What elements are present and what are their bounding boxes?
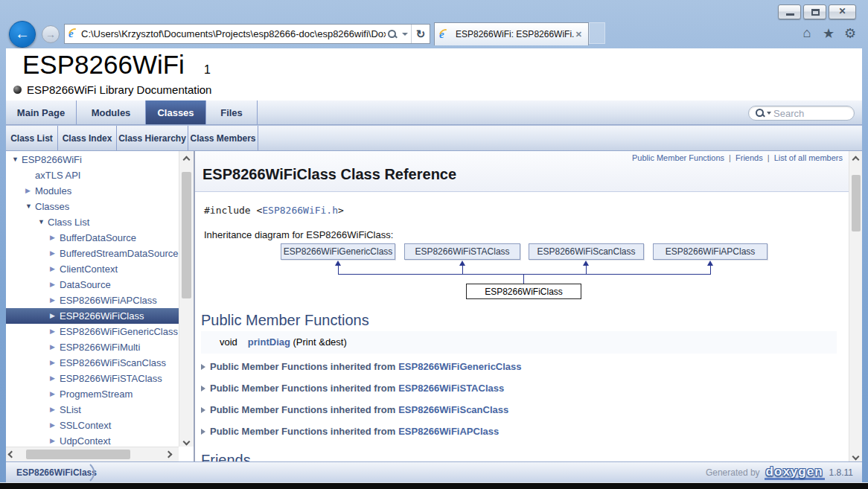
scroll-up-button[interactable] — [849, 151, 862, 164]
tree-item-sslcontext[interactable]: ▶SSLContext — [6, 418, 179, 433]
address-dropdown-icon[interactable] — [402, 33, 408, 36]
expand-arrow-icon[interactable]: ▶ — [50, 402, 60, 418]
search-input[interactable] — [773, 108, 840, 119]
expand-arrow-icon[interactable]: ▶ — [50, 293, 60, 308]
sidebar-scroll-thumb[interactable] — [182, 172, 191, 298]
expand-arrow-icon[interactable]: ▶ — [50, 308, 60, 324]
include-file-link[interactable]: ESP8266WiFi.h — [262, 205, 338, 216]
favorites-star-icon[interactable]: ★ — [821, 25, 836, 42]
content-scrollbar-vertical[interactable] — [849, 151, 862, 461]
diagram-node-apclass[interactable]: ESP8266WiFiAPClass — [653, 243, 768, 260]
address-bar[interactable]: e C:\Users\Krzysztof\Documents\Projects\… — [64, 24, 430, 44]
doxygen-logo[interactable]: doxygen — [765, 465, 825, 480]
inherited-section-scanclass[interactable]: Public Member Functions inherited fromES… — [201, 404, 508, 415]
tree-item-udpcontext[interactable]: ▶UdpContext — [6, 433, 179, 447]
scroll-down-button[interactable] — [849, 448, 862, 461]
address-text[interactable]: C:\Users\Krzysztof\Documents\Projects\es… — [81, 28, 386, 39]
doxygen-search-box[interactable] — [748, 106, 855, 121]
inherited-section-staclass[interactable]: Public Member Functions inherited fromES… — [201, 383, 504, 394]
diagram-node-esp8266wificlass[interactable]: ESP8266WiFiClass — [466, 284, 581, 299]
content-scroll-thumb[interactable] — [852, 175, 861, 231]
inherited-class-link[interactable]: ESP8266WiFiSTAClass — [398, 383, 504, 394]
window-bottom-edge — [0, 482, 868, 489]
scroll-right-button[interactable] — [165, 451, 173, 458]
breadcrumb[interactable]: ESP8266WiFiClass — [16, 462, 97, 482]
tab-class-members[interactable]: Class Members — [188, 126, 258, 150]
expand-arrow-icon[interactable]: ▶ — [50, 277, 60, 293]
tree-item-esp8266wifiscanclass[interactable]: ▶ESP8266WiFiScanClass — [6, 355, 179, 371]
expand-arrow-icon[interactable]: ▶ — [50, 246, 60, 261]
expand-arrow-icon[interactable]: ▶ — [50, 355, 60, 371]
tab-classes[interactable]: Classes — [146, 100, 206, 124]
inherited-section-genericclass[interactable]: Public Member Functions inherited fromES… — [201, 361, 522, 372]
member-name-link[interactable]: printDiag — [248, 336, 290, 348]
collapse-arrow-icon[interactable]: ▼ — [12, 152, 22, 167]
tab-modules[interactable]: Modules — [77, 100, 146, 124]
tree-item-clientcontext[interactable]: ▶ClientContext — [6, 261, 179, 277]
link-list-of-all-members[interactable]: List of all members — [774, 153, 843, 162]
scroll-up-button[interactable] — [179, 151, 194, 164]
expand-arrow-icon[interactable]: ▶ — [25, 183, 35, 199]
browser-tab[interactable]: e ESP8266WiFi: ESP8266WiFi... ✕ — [434, 22, 589, 45]
expand-arrow-icon[interactable]: ▶ — [50, 418, 60, 433]
link-public-member-functions[interactable]: Public Member Functions — [632, 153, 724, 162]
tree-item-axtls-api[interactable]: ▶axTLS API — [6, 167, 179, 183]
collapse-arrow-icon[interactable]: ▼ — [38, 214, 48, 230]
tree-item-esp8266wifiapclass[interactable]: ▶ESP8266WiFiAPClass — [6, 293, 179, 308]
link-friends[interactable]: Friends — [735, 153, 763, 162]
tree-item-esp8266wifigenericclass[interactable]: ▶ESP8266WiFiGenericClass — [6, 324, 179, 339]
expand-arrow-icon[interactable]: ▶ — [50, 324, 60, 339]
scroll-left-button[interactable] — [8, 451, 16, 458]
expand-arrow-icon[interactable]: ▶ — [50, 230, 60, 246]
home-icon[interactable]: ⌂ — [800, 25, 814, 42]
tree-item-bufferedstreamdatasource[interactable]: ▶BufferedStreamDataSource — [6, 246, 179, 261]
sidebar-scrollbar-horizontal[interactable] — [6, 447, 179, 461]
tree-item-modules[interactable]: ▶Modules — [6, 183, 179, 199]
minimize-button[interactable] — [778, 4, 801, 19]
tree-item-esp8266wifistaclass[interactable]: ▶ESP8266WiFiSTAClass — [6, 371, 179, 386]
tree-item-esp8266wifimulti[interactable]: ▶ESP8266WiFiMulti — [6, 339, 179, 355]
search-icon[interactable] — [387, 29, 398, 39]
tree-item-class-list[interactable]: ▼Class List — [6, 214, 179, 230]
tree-item-esp8266wifi[interactable]: ▼ESP8266WiFi — [6, 152, 179, 167]
diagram-node-genericclass[interactable]: ESP8266WiFiGenericClass — [281, 243, 395, 260]
tree-item-bufferdatasource[interactable]: ▶BufferDataSource — [6, 230, 179, 246]
expand-arrow-icon[interactable]: ▶ — [50, 386, 60, 402]
inherited-class-link[interactable]: ESP8266WiFiGenericClass — [398, 361, 521, 372]
back-button[interactable]: ← — [9, 21, 36, 48]
collapse-arrow-icon[interactable]: ▼ — [25, 199, 35, 214]
close-button[interactable]: ✕ — [829, 4, 856, 19]
sidebar-scrollbar-vertical[interactable] — [179, 151, 194, 447]
tree-item-datasource[interactable]: ▶DataSource — [6, 277, 179, 293]
maximize-icon — [811, 9, 820, 16]
tree-item-progmemstream[interactable]: ▶ProgmemStream — [6, 386, 179, 402]
new-tab-button[interactable] — [589, 22, 605, 44]
expand-arrow-icon[interactable]: ▶ — [50, 261, 60, 277]
expand-arrow-icon[interactable]: ▶ — [50, 339, 60, 355]
gear-icon[interactable]: ⚙ — [843, 25, 858, 42]
diagram-node-scanclass[interactable]: ESP8266WiFiScanClass — [529, 243, 644, 260]
tab-main-page[interactable]: Main Page — [6, 100, 77, 124]
scroll-down-button[interactable] — [179, 433, 194, 447]
tab-class-hierarchy[interactable]: Class Hierarchy — [117, 126, 188, 150]
sidebar-hscroll-thumb[interactable] — [26, 450, 130, 459]
maximize-button[interactable] — [803, 4, 826, 19]
tree-item-slist[interactable]: ▶SList — [6, 402, 179, 418]
tree-item-esp8266wificlass[interactable]: ▶ESP8266WiFiClass — [6, 308, 179, 324]
tab-class-index[interactable]: Class Index — [58, 126, 117, 150]
diagram-node-staclass[interactable]: ESP8266WiFiSTAClass — [404, 243, 520, 260]
expand-arrow-icon[interactable]: ▶ — [50, 433, 60, 447]
title-area: ESP8266WiFi1 ESP8266WiFi Library Documen… — [6, 48, 862, 100]
tab-class-list[interactable]: Class List — [6, 126, 58, 150]
inherited-class-link[interactable]: ESP8266WiFiScanClass — [398, 404, 508, 415]
inherited-section-apclass[interactable]: Public Member Functions inherited fromES… — [201, 426, 499, 437]
search-filter-caret-icon[interactable] — [767, 112, 771, 115]
expand-arrow-icon[interactable]: ▶ — [50, 371, 60, 386]
forward-button[interactable]: → — [42, 25, 60, 43]
tree-item-classes[interactable]: ▼Classes — [6, 199, 179, 214]
tab-close-icon[interactable]: ✕ — [574, 30, 584, 39]
inherited-class-link[interactable]: ESP8266WiFiAPClass — [398, 426, 499, 437]
tab-files[interactable]: Files — [206, 100, 258, 124]
expand-triangle-icon — [201, 386, 205, 391]
refresh-button[interactable]: ↻ — [412, 28, 430, 41]
